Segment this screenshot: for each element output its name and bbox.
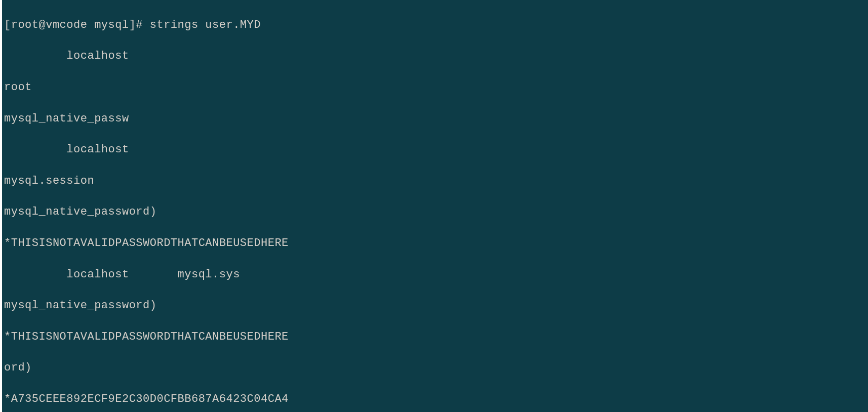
terminal-line: mysql.session <box>4 174 868 189</box>
terminal-line: *THISISNOTAVALIDPASSWORDTHATCANBEUSEDHER… <box>4 236 868 252</box>
terminal-line: ord) <box>4 360 868 376</box>
terminal-line: root <box>4 80 868 96</box>
terminal-line: [root@vmcode mysql]# strings user.MYD <box>4 18 868 33</box>
terminal-line: localhost <box>4 142 868 158</box>
terminal-line: *THISISNOTAVALIDPASSWORDTHATCANBEUSEDHER… <box>4 329 868 345</box>
terminal-line: mysql_native_passw <box>4 111 868 127</box>
terminal-line: mysql_native_password) <box>4 204 868 220</box>
terminal-line: mysql_native_password) <box>4 298 868 314</box>
terminal-line: localhost <box>4 49 868 64</box>
terminal-output[interactable]: [root@vmcode mysql]# strings user.MYD lo… <box>4 2 868 412</box>
terminal-line: localhost mysql.sys <box>4 267 868 283</box>
terminal-line: *A735CEEE892ECF9E2C30D0CFBB687A6423C04CA… <box>4 392 868 407</box>
